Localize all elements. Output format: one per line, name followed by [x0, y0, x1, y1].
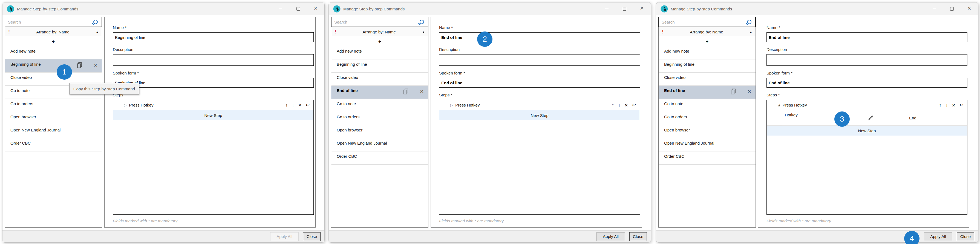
list-item-label: Go to orders [337, 115, 360, 119]
list-item-beginning-of-line[interactable]: Beginning of line × [5, 59, 102, 73]
titlebar[interactable]: Manage Step-by-step Commands × [656, 2, 978, 15]
description-field[interactable] [767, 54, 967, 66]
minimize-button[interactable] [598, 2, 616, 15]
undo-step-button[interactable]: ↩ [306, 103, 310, 107]
search-box[interactable] [5, 17, 102, 27]
list-item-label: Open browser [337, 128, 363, 132]
arrange-by-header[interactable]: ! Arrange by: Name ▲ [5, 27, 102, 37]
name-field[interactable]: Beginning of line [113, 32, 314, 42]
row-actions: × [729, 87, 753, 96]
expander-collapsed-icon[interactable]: ▷ [124, 103, 126, 107]
search-box[interactable] [331, 17, 428, 27]
apply-all-button[interactable]: Apply All [924, 232, 952, 241]
close-button[interactable]: Close [303, 232, 321, 241]
expander-collapsed-icon[interactable]: ▷ [450, 103, 453, 107]
titlebar[interactable]: Manage Step-by-step Commands × [2, 2, 325, 15]
command-list: Add new note Beginning of line Close vid… [659, 46, 756, 228]
list-item-open-browser[interactable]: Open browser [331, 125, 428, 138]
expander-expanded-icon[interactable]: ◢ [778, 103, 780, 107]
hotkey-field[interactable]: Hotkey [782, 111, 834, 125]
spoken-form-field[interactable]: End of line [439, 78, 640, 88]
search-input[interactable] [661, 19, 747, 25]
add-command-button[interactable]: + [659, 37, 756, 46]
description-field[interactable] [439, 54, 640, 66]
edit-hotkey-button[interactable] [866, 115, 875, 121]
list-item-end-of-line[interactable]: End of line × [659, 86, 756, 99]
close-window-button[interactable]: × [633, 2, 651, 15]
collapse-icon[interactable]: ▲ [422, 30, 425, 33]
apply-all-button[interactable]: Apply All [597, 232, 625, 241]
list-item-go-to-orders[interactable]: Go to orders [5, 99, 102, 112]
list-item-label: Go to note [664, 101, 683, 106]
name-field[interactable]: End of line [439, 32, 640, 42]
copy-command-button[interactable] [76, 61, 84, 69]
minimize-button[interactable] [272, 2, 290, 15]
list-item-open-new-england-journal[interactable]: Open New England Journal [5, 125, 102, 138]
step-row-press-hotkey[interactable]: ◢ Press Hotkey ↑ ↓ × ↩ [767, 100, 967, 110]
delete-step-button[interactable]: × [298, 102, 301, 108]
new-step-row[interactable]: New Step [113, 110, 313, 120]
move-step-down-button[interactable]: ↓ [945, 103, 948, 107]
list-item-order-cbc[interactable]: Order CBC [659, 152, 756, 164]
list-item-add-new-note[interactable]: Add new note [331, 46, 428, 59]
collapse-icon[interactable]: ▲ [749, 30, 752, 33]
move-step-down-button[interactable]: ↓ [292, 103, 294, 107]
arrange-by-header[interactable]: ! Arrange by: Name ▲ [659, 27, 756, 37]
search-box[interactable] [659, 17, 756, 27]
delete-step-button[interactable]: × [624, 102, 628, 108]
add-command-button[interactable]: + [331, 37, 428, 46]
list-item-open-browser[interactable]: Open browser [5, 112, 102, 125]
delete-command-button[interactable]: × [418, 87, 426, 96]
maximize-button[interactable] [616, 2, 633, 15]
list-item-order-cbc[interactable]: Order CBC [331, 152, 428, 164]
undo-step-button[interactable]: ↩ [959, 103, 963, 107]
list-item-add-new-note[interactable]: Add new note [659, 46, 756, 59]
delete-command-button[interactable]: × [745, 87, 753, 96]
move-step-up-button[interactable]: ↑ [285, 103, 288, 107]
copy-command-button[interactable] [729, 87, 737, 96]
close-window-button[interactable]: × [307, 2, 325, 15]
list-item-end-of-line[interactable]: End of line × [331, 86, 428, 99]
move-step-up-button[interactable]: ↑ [939, 103, 942, 107]
search-input[interactable] [334, 19, 420, 25]
maximize-button[interactable] [943, 2, 961, 15]
list-item-go-to-note[interactable]: Go to note [659, 99, 756, 112]
undo-step-button[interactable]: ↩ [632, 103, 636, 107]
description-field[interactable] [113, 54, 314, 66]
list-item-go-to-orders[interactable]: Go to orders [659, 112, 756, 125]
apply-all-button[interactable]: Apply All [270, 232, 299, 241]
list-item-beginning-of-line[interactable]: Beginning of line [331, 59, 428, 73]
step-row-press-hotkey[interactable]: ▷ Press Hotkey ↑ ↓ × ↩ [439, 100, 640, 110]
collapse-icon[interactable]: ▲ [96, 30, 99, 33]
spoken-form-field[interactable]: End of line [767, 78, 967, 88]
list-item-go-to-orders[interactable]: Go to orders [331, 112, 428, 125]
new-step-row[interactable]: New Step [767, 126, 967, 136]
list-item-open-new-england-journal[interactable]: Open New England Journal [331, 138, 428, 152]
close-window-button[interactable]: × [961, 2, 978, 15]
arrange-by-header[interactable]: ! Arrange by: Name ▲ [331, 27, 428, 37]
list-item-close-video[interactable]: Close video [659, 73, 756, 86]
name-field[interactable]: End of line [767, 32, 967, 42]
delete-command-button[interactable]: × [91, 61, 100, 69]
close-button[interactable]: Close [629, 232, 647, 241]
add-command-button[interactable]: + [5, 37, 102, 46]
maximize-button[interactable] [290, 2, 307, 15]
move-step-down-button[interactable]: ↓ [618, 103, 620, 107]
list-item-close-video[interactable]: Close video [331, 73, 428, 86]
close-button[interactable]: Close [957, 232, 974, 241]
list-item-add-new-note[interactable]: Add new note [5, 46, 102, 59]
spoken-form-field[interactable]: Beginning of line [113, 78, 314, 88]
new-step-row[interactable]: New Step [439, 110, 640, 120]
titlebar[interactable]: Manage Step-by-step Commands × [329, 2, 651, 15]
list-item-order-cbc[interactable]: Order CBC [5, 138, 102, 152]
list-item-beginning-of-line[interactable]: Beginning of line [659, 59, 756, 73]
step-row-press-hotkey[interactable]: ▷ Press Hotkey ↑ ↓ × ↩ [113, 100, 313, 110]
copy-command-button[interactable] [402, 87, 410, 96]
delete-step-button[interactable]: × [952, 102, 955, 108]
list-item-open-browser[interactable]: Open browser [659, 125, 756, 138]
list-item-open-new-england-journal[interactable]: Open New England Journal [659, 138, 756, 152]
list-item-go-to-note[interactable]: Go to note [331, 99, 428, 112]
search-input[interactable] [7, 19, 93, 25]
move-step-up-button[interactable]: ↑ [611, 103, 614, 107]
minimize-button[interactable] [926, 2, 943, 15]
